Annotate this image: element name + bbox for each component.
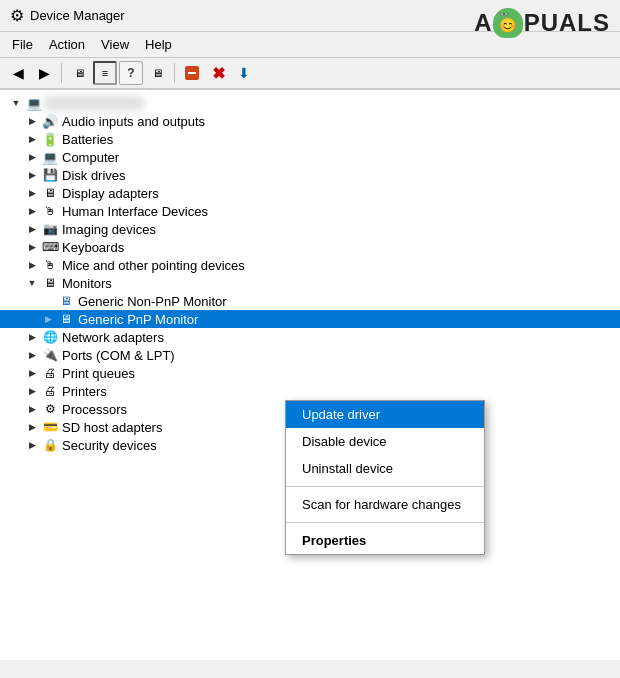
monitors-icon: 🖥 — [40, 275, 60, 291]
mice-icon: 🖱 — [40, 257, 60, 273]
menu-view[interactable]: View — [93, 34, 137, 55]
tree-item-generic-nonpnp[interactable]: ▶ 🖥 Generic Non-PnP Monitor — [0, 292, 620, 310]
computer-expand-icon: ▶ — [24, 149, 40, 165]
tree-item-audio[interactable]: ▶ 🔊 Audio inputs and outputs — [0, 112, 620, 130]
batteries-label: Batteries — [60, 132, 113, 147]
delete-button[interactable]: ✖ — [206, 61, 230, 85]
disk-label: Disk drives — [60, 168, 126, 183]
hid-icon: 🖱 — [40, 203, 60, 219]
tree-item-display[interactable]: ▶ 🖥 Display adapters — [0, 184, 620, 202]
mice-label: Mice and other pointing devices — [60, 258, 245, 273]
title-bar: ⚙ Device Manager — [0, 0, 620, 32]
computer-icon: 💻 — [40, 149, 60, 165]
sd-host-label: SD host adapters — [60, 420, 162, 435]
view-button[interactable]: 🖥 — [145, 61, 169, 85]
mice-expand-icon: ▶ — [24, 257, 40, 273]
tree-item-disk[interactable]: ▶ 💾 Disk drives — [0, 166, 620, 184]
nonpnp-icon: 🖥 — [56, 293, 76, 309]
disk-expand-icon: ▶ — [24, 167, 40, 183]
window-title: Device Manager — [30, 8, 125, 23]
security-expand-icon: ▶ — [24, 437, 40, 453]
tree-item-printers[interactable]: ▶ 🖨 Printers — [0, 382, 620, 400]
tree-item-ports[interactable]: ▶ 🔌 Ports (COM & LPT) — [0, 346, 620, 364]
update-button[interactable]: ⬇ — [232, 61, 256, 85]
processors-expand-icon: ▶ — [24, 401, 40, 417]
batteries-expand-icon: ▶ — [24, 131, 40, 147]
disk-icon: 💾 — [40, 167, 60, 183]
context-menu-disable-device[interactable]: Disable device — [286, 428, 484, 455]
menu-help[interactable]: Help — [137, 34, 180, 55]
hid-expand-icon: ▶ — [24, 203, 40, 219]
context-menu-properties[interactable]: Properties — [286, 527, 484, 554]
monitors-label: Monitors — [60, 276, 112, 291]
security-icon: 🔒 — [40, 437, 60, 453]
context-menu-separator — [286, 486, 484, 487]
nonpnp-label: Generic Non-PnP Monitor — [76, 294, 227, 309]
ports-expand-icon: ▶ — [24, 347, 40, 363]
network-icon: 🌐 — [40, 329, 60, 345]
tree-item-monitors[interactable]: ▼ 🖥 Monitors — [0, 274, 620, 292]
forward-button[interactable]: ▶ — [32, 61, 56, 85]
list-view-button[interactable]: ≡ — [93, 61, 117, 85]
tree-item-keyboards[interactable]: ▶ ⌨ Keyboards — [0, 238, 620, 256]
security-label: Security devices — [60, 438, 157, 453]
properties-button[interactable]: 🖥 — [67, 61, 91, 85]
tree-item-network[interactable]: ▶ 🌐 Network adapters — [0, 328, 620, 346]
imaging-icon: 📷 — [40, 221, 60, 237]
back-button[interactable]: ◀ — [6, 61, 30, 85]
tree-root[interactable]: ▼ 💻 — [0, 94, 620, 112]
tree-item-generic-pnp[interactable]: ▶ 🖥 Generic PnP Monitor — [0, 310, 620, 328]
processors-label: Processors — [60, 402, 127, 417]
root-computer-icon: 💻 — [24, 95, 44, 111]
audio-icon: 🔊 — [40, 113, 60, 129]
imaging-expand-icon: ▶ — [24, 221, 40, 237]
network-expand-icon: ▶ — [24, 329, 40, 345]
display-icon: 🖥 — [40, 185, 60, 201]
tree-item-batteries[interactable]: ▶ 🔋 Batteries — [0, 130, 620, 148]
context-menu-update-driver[interactable]: Update driver — [286, 401, 484, 428]
context-menu-scan-hardware[interactable]: Scan for hardware changes — [286, 491, 484, 518]
toolbar-separator-2 — [174, 63, 175, 83]
root-label — [44, 96, 144, 111]
display-label: Display adapters — [60, 186, 159, 201]
display-expand-icon: ▶ — [24, 185, 40, 201]
context-menu-uninstall-device[interactable]: Uninstall device — [286, 455, 484, 482]
toolbar: ◀ ▶ 🖥 ≡ ? 🖥 ✖ ⬇ — [0, 58, 620, 90]
help-button[interactable]: ? — [119, 61, 143, 85]
context-menu: Update driver Disable device Uninstall d… — [285, 400, 485, 555]
menu-action[interactable]: Action — [41, 34, 93, 55]
tree-item-computer[interactable]: ▶ 💻 Computer — [0, 148, 620, 166]
tree-item-mice[interactable]: ▶ 🖱 Mice and other pointing devices — [0, 256, 620, 274]
printers-label: Printers — [60, 384, 107, 399]
print-queues-expand-icon: ▶ — [24, 365, 40, 381]
tree-item-imaging[interactable]: ▶ 📷 Imaging devices — [0, 220, 620, 238]
tree-item-hid[interactable]: ▶ 🖱 Human Interface Devices — [0, 202, 620, 220]
toolbar-separator-1 — [61, 63, 62, 83]
computer-label: Computer — [60, 150, 119, 165]
context-menu-separator-2 — [286, 522, 484, 523]
printers-icon: 🖨 — [40, 383, 60, 399]
tree-item-print-queues[interactable]: ▶ 🖨 Print queues — [0, 364, 620, 382]
main-content: ▼ 💻 ▶ 🔊 Audio inputs and outputs ▶ 🔋 Bat… — [0, 90, 620, 660]
root-collapse-icon: ▼ — [8, 95, 24, 111]
print-queues-label: Print queues — [60, 366, 135, 381]
menu-bar: File Action View Help — [0, 32, 620, 58]
hid-label: Human Interface Devices — [60, 204, 208, 219]
audio-expand-icon: ▶ — [24, 113, 40, 129]
imaging-label: Imaging devices — [60, 222, 156, 237]
audio-label: Audio inputs and outputs — [60, 114, 205, 129]
network-label: Network adapters — [60, 330, 164, 345]
keyboards-expand-icon: ▶ — [24, 239, 40, 255]
sd-host-expand-icon: ▶ — [24, 419, 40, 435]
menu-file[interactable]: File — [4, 34, 41, 55]
printers-expand-icon: ▶ — [24, 383, 40, 399]
keyboards-icon: ⌨ — [40, 239, 60, 255]
sd-host-icon: 💳 — [40, 419, 60, 435]
monitors-collapse-icon: ▼ — [24, 275, 40, 291]
ports-icon: 🔌 — [40, 347, 60, 363]
ports-label: Ports (COM & LPT) — [60, 348, 175, 363]
pnp-blank-icon: ▶ — [40, 311, 56, 327]
remove-button[interactable] — [180, 61, 204, 85]
nonpnp-blank-icon: ▶ — [40, 293, 56, 309]
keyboards-label: Keyboards — [60, 240, 124, 255]
